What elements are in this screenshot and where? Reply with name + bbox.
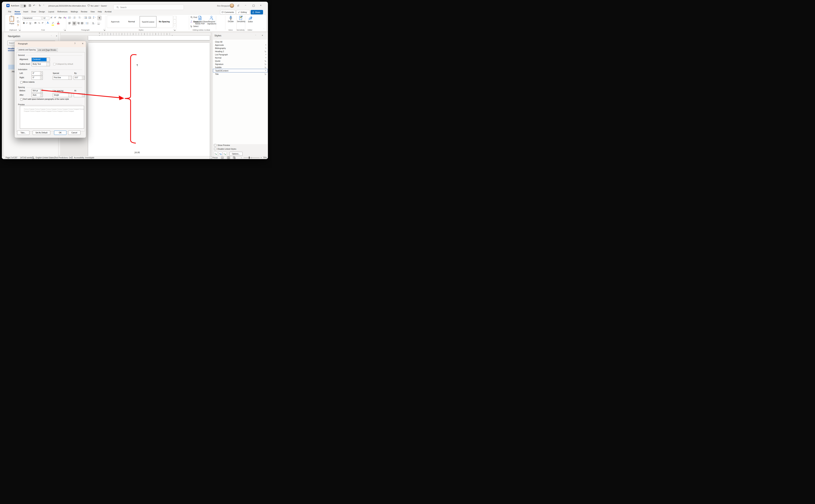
spin-up-icon[interactable]: ▴ — [40, 76, 43, 78]
styles-pane-chevron-icon[interactable]: ˇ — [255, 35, 256, 37]
highlight-button[interactable] — [52, 21, 54, 26]
styles-gallery-up[interactable]: ˇ — [173, 16, 176, 20]
line-spacing-dropdown-arrow[interactable]: ˇ — [68, 93, 72, 97]
font-color-button[interactable]: A — [57, 21, 59, 24]
bullets-button[interactable] — [68, 17, 71, 19]
avatar[interactable] — [230, 3, 234, 8]
font-color-chevron-icon[interactable]: ˇ — [60, 23, 61, 25]
numbering-button[interactable]: 123 — [73, 17, 76, 19]
decrease-indent-button[interactable] — [84, 17, 87, 19]
create-pdf-button[interactable]: Create and Share Adobe PDF — [193, 16, 207, 25]
page-2[interactable]: ¶ 2011¶ James·Gleick¶ ALL·RIGHTS·RESERVE… — [88, 43, 210, 156]
numbering-chevron-icon[interactable]: ˇ — [76, 17, 77, 19]
search-bar[interactable]: Search — [113, 5, 184, 10]
italic-button[interactable]: I — [26, 22, 27, 25]
style-item-signature[interactable]: Signature¶a — [213, 62, 268, 66]
bold-button[interactable]: B — [23, 22, 25, 24]
style-approvals[interactable]: Approvals — [107, 16, 123, 27]
zoom-slider-thumb[interactable] — [249, 157, 250, 159]
style-item-task03content[interactable]: Task03Content¶ — [213, 69, 268, 72]
style-no-spacing[interactable]: No Spacing — [156, 16, 172, 27]
grow-font-button[interactable]: A˄ — [50, 16, 53, 19]
spin-down-icon[interactable]: ▾ — [40, 95, 43, 97]
special-dropdown-arrow[interactable]: ˇ — [68, 76, 72, 80]
style-inspector-button[interactable]: A — [218, 152, 222, 156]
by-spinner[interactable]: 0.5" ▴▾ — [74, 76, 85, 80]
save-icon[interactable] — [29, 4, 31, 7]
line-spacing-button[interactable] — [86, 22, 89, 24]
before-spinner[interactable]: 564 pt ▴▾ — [32, 89, 43, 93]
shading-button[interactable] — [92, 22, 95, 25]
page-indicator[interactable]: Page 2 of 297 — [6, 157, 17, 159]
alignment-dropdown-arrow[interactable]: ˇ — [47, 58, 50, 61]
sensitivity-label-status[interactable]: No Label — [91, 5, 98, 7]
style-item-normal[interactable]: Normal¶ — [213, 56, 268, 59]
saved-status[interactable]: Saved — [101, 5, 107, 7]
toolbar-customize-icon[interactable]: ˇ — [44, 5, 44, 7]
tabs-button[interactable]: Tabs... — [17, 131, 29, 135]
style-item-list-paragraph[interactable]: List Paragraph¶ — [213, 53, 268, 56]
comments-button[interactable]: Comments — [220, 10, 235, 14]
dialog-tab-line-breaks[interactable]: Line and Page Breaks — [36, 48, 58, 52]
paste-button[interactable]: Paste ˇ — [8, 16, 16, 28]
copy-icon[interactable] — [17, 20, 19, 23]
tab-draw[interactable]: Draw — [31, 10, 36, 14]
editing-mode-button[interactable]: Editing ˇ — [236, 10, 250, 14]
style-item-heading-2[interactable]: Heading 2¶a — [213, 50, 268, 53]
spin-up-icon[interactable]: ▴ — [40, 72, 43, 74]
font-size-combo[interactable]: 12 ˇ — [42, 16, 49, 20]
tab-file[interactable]: File — [8, 10, 12, 14]
dictate-button[interactable]: Dictate ˇ — [226, 16, 235, 24]
show-marks-button[interactable]: ¶ — [97, 16, 101, 20]
tab-layout[interactable]: Layout — [48, 10, 55, 14]
read-mode-icon[interactable] — [221, 157, 224, 159]
word-logo-icon[interactable]: W — [6, 4, 10, 7]
nav-close-icon[interactable]: × — [56, 35, 57, 37]
clipboard-dialog-launcher[interactable] — [19, 29, 20, 31]
clear-formatting-button[interactable]: A — [63, 16, 66, 19]
align-left-button[interactable] — [68, 22, 71, 24]
at-spinner[interactable]: ▴▾ — [74, 93, 85, 97]
accessibility-status[interactable]: Accessibility: Investigate — [74, 157, 94, 159]
shading-chevron-icon[interactable]: ˇ — [95, 23, 96, 24]
editor-button[interactable]: Editor — [247, 16, 254, 23]
year-line[interactable]: 2011¶ — [134, 151, 140, 154]
select-button[interactable]: Selectˇ — [190, 25, 200, 27]
paragraph-dialog-launcher[interactable] — [103, 29, 105, 31]
dialog-close-button[interactable]: ✕ — [82, 42, 83, 45]
align-right-button[interactable] — [77, 22, 80, 24]
proofing-errors-icon[interactable] — [32, 157, 34, 159]
disable-linked-styles-checkbox[interactable]: Disable Linked Styles — [214, 148, 236, 150]
web-layout-icon[interactable] — [233, 157, 236, 159]
spin-up-icon[interactable]: ▴ — [40, 93, 43, 95]
spin-down-icon[interactable]: ▾ — [82, 78, 84, 80]
language-indicator[interactable]: English (United States) — [36, 157, 55, 159]
user-name[interactable]: Ron Bergquist — [217, 5, 230, 7]
collapsed-checkbox[interactable] — [53, 63, 56, 65]
style-item-bibliography[interactable]: Bibliography¶ — [213, 47, 268, 50]
multilevel-chevron-icon[interactable]: ˇ — [81, 17, 81, 19]
multilevel-list-button[interactable]: 1ai — [78, 17, 80, 19]
print-layout-icon[interactable] — [227, 156, 230, 159]
undo-button[interactable]: ↶ — [33, 4, 35, 7]
styles-gallery-down[interactable]: ˇ — [173, 20, 176, 23]
increase-indent-button[interactable] — [88, 17, 91, 19]
sensitivity-button[interactable]: Sensitivity ˇ — [237, 16, 245, 24]
dialog-help-button[interactable]: ? — [74, 42, 75, 45]
collapse-ribbon-icon[interactable]: ˇ — [264, 29, 264, 30]
underline-chevron-icon[interactable]: ˇ — [32, 23, 32, 25]
zoom-slider-track[interactable] — [244, 158, 260, 158]
underline-button[interactable]: U — [29, 22, 31, 24]
tab-references[interactable]: References — [57, 10, 68, 14]
styles-pane-close-icon[interactable]: × — [262, 34, 263, 37]
dialog-tab-indents[interactable]: Indents and Spacing — [17, 48, 37, 52]
style-item-approvals[interactable]: Approvals¶ — [213, 43, 268, 47]
nav-chevron-icon[interactable]: ˇ — [51, 36, 52, 37]
set-as-default-button[interactable]: Set As Default — [33, 131, 50, 135]
autosave-toggle[interactable]: On — [20, 4, 26, 8]
tab-view[interactable]: View — [90, 10, 95, 14]
request-signatures-button[interactable]: Request Signatures — [207, 16, 216, 25]
zoom-level[interactable]: 75% — [263, 157, 267, 159]
spin-up-icon[interactable]: ▴ — [40, 89, 43, 91]
align-center-button[interactable] — [72, 21, 76, 26]
